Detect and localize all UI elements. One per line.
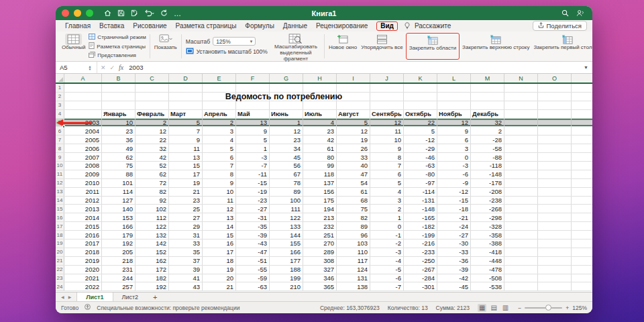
- cell-L20[interactable]: -33: [437, 248, 471, 256]
- row-header-12[interactable]: 12: [56, 179, 64, 187]
- cell-J10[interactable]: 7: [370, 162, 404, 170]
- cell-D4[interactable]: Март: [169, 110, 203, 118]
- cell-C16[interactable]: 112: [136, 213, 169, 221]
- cell-J7[interactable]: 10: [370, 136, 404, 144]
- col-header-J[interactable]: J: [370, 74, 404, 83]
- cell-M12[interactable]: -178: [471, 179, 504, 187]
- cell-O4[interactable]: [538, 110, 572, 118]
- cell-L7[interactable]: 6: [437, 136, 471, 144]
- cell-A21[interactable]: 2019: [64, 257, 102, 265]
- cell-J24[interactable]: -7: [370, 282, 404, 290]
- cell-B18[interactable]: 179: [102, 231, 136, 239]
- cell-F5[interactable]: 13: [236, 119, 270, 127]
- cell-F21[interactable]: -51: [236, 257, 270, 265]
- row-header-13[interactable]: 13: [56, 188, 64, 196]
- cell-G20[interactable]: 166: [270, 248, 303, 256]
- cell-B23[interactable]: 244: [102, 274, 136, 282]
- cell-filler-12[interactable]: [572, 179, 592, 187]
- cell-I23[interactable]: 131: [337, 274, 370, 282]
- sheet-nav-right-icon[interactable]: ▶: [68, 294, 72, 299]
- cell-M18[interactable]: -358: [471, 231, 504, 239]
- col-header-B[interactable]: B: [102, 74, 136, 83]
- cell-C8[interactable]: 32: [136, 144, 169, 152]
- name-box[interactable]: A5: [56, 64, 87, 71]
- cell-H10[interactable]: 99: [303, 162, 337, 170]
- cell-M11[interactable]: -148: [471, 170, 504, 178]
- cell-N13[interactable]: [504, 188, 538, 196]
- cell-K18[interactable]: -199: [404, 231, 437, 239]
- cell-M4[interactable]: Декабрь: [471, 110, 504, 118]
- cell-H17[interactable]: 232: [303, 222, 337, 230]
- cell-E19[interactable]: 16: [203, 239, 236, 248]
- cell-C6[interactable]: 12: [136, 127, 169, 135]
- cell-I22[interactable]: 124: [337, 266, 370, 274]
- cell-L13[interactable]: -12: [437, 188, 471, 196]
- cell-B15[interactable]: 140: [102, 205, 136, 213]
- cell-B8[interactable]: 49: [102, 144, 136, 152]
- row-header-3[interactable]: 3: [56, 101, 64, 109]
- cell-I15[interactable]: 75: [337, 205, 370, 213]
- cell-A4[interactable]: [64, 110, 102, 118]
- select-all-corner[interactable]: [56, 74, 64, 83]
- normal-view-button[interactable]: Обычный: [60, 33, 87, 60]
- cell-C14[interactable]: 92: [136, 197, 169, 205]
- cell-filler-6[interactable]: [572, 127, 592, 135]
- cell-H23[interactable]: 346: [303, 274, 337, 282]
- tab-review[interactable]: Рецензирование: [316, 22, 368, 30]
- sheet-tab-list2[interactable]: Лист2: [113, 292, 148, 301]
- cell-F23[interactable]: -59: [236, 274, 270, 282]
- cell-H21[interactable]: 308: [303, 257, 337, 265]
- cell-H22[interactable]: 327: [303, 266, 337, 274]
- cell-K17[interactable]: -182: [404, 222, 437, 230]
- cell-G22[interactable]: 188: [270, 266, 303, 274]
- save-icon[interactable]: [117, 9, 125, 17]
- sheet-tab-list1[interactable]: Лист1: [76, 292, 113, 301]
- cell-K11[interactable]: -80: [404, 170, 437, 178]
- cell-N15[interactable]: [504, 205, 538, 213]
- normal-view-toggle-icon[interactable]: ▦: [478, 304, 486, 312]
- cell-E12[interactable]: 9: [203, 179, 236, 187]
- cell-D11[interactable]: 17: [169, 170, 203, 178]
- cell-D14[interactable]: 23: [169, 197, 203, 205]
- cell-L4[interactable]: Ноябрь: [437, 110, 471, 118]
- arrange-all-button[interactable]: Упорядочить все: [359, 33, 405, 60]
- cell-O17[interactable]: [538, 222, 572, 230]
- freeze-first-column-button[interactable]: Закрепить первый столбец: [531, 33, 592, 60]
- cell-N22[interactable]: [504, 266, 538, 274]
- cell-D1[interactable]: [169, 84, 203, 92]
- cell-D17[interactable]: 29: [169, 222, 203, 230]
- cell-filler-5[interactable]: [572, 119, 592, 127]
- cell-J4[interactable]: Сентябрь: [370, 110, 404, 118]
- cell-H16[interactable]: 213: [303, 213, 337, 221]
- cell-E22[interactable]: 19: [203, 266, 236, 274]
- cell-L10[interactable]: -3: [437, 162, 471, 170]
- cell-D16[interactable]: 27: [169, 213, 203, 221]
- cell-B21[interactable]: 218: [102, 257, 136, 265]
- cell-J17[interactable]: 0: [370, 222, 404, 230]
- cell-L1[interactable]: [437, 84, 471, 92]
- cell-D3[interactable]: [169, 101, 203, 109]
- cell-D18[interactable]: 31: [169, 231, 203, 239]
- cell-J18[interactable]: -1: [370, 231, 404, 239]
- col-header-I[interactable]: I: [337, 74, 370, 83]
- cell-D13[interactable]: 21: [169, 188, 203, 196]
- cell-H20[interactable]: 289: [303, 248, 337, 256]
- formula-bar-expand-icon[interactable]: ▼: [584, 65, 588, 70]
- cell-J8[interactable]: 9: [370, 144, 404, 152]
- cell-I17[interactable]: 89: [337, 222, 370, 230]
- insert-function-icon[interactable]: fx: [119, 64, 123, 71]
- cell-B2[interactable]: [102, 93, 136, 101]
- cell-filler-3[interactable]: [572, 101, 592, 109]
- cell-I21[interactable]: 117: [337, 257, 370, 265]
- cell-G7[interactable]: 23: [270, 136, 303, 144]
- cell-A12[interactable]: 2010: [64, 179, 102, 187]
- cell-L5[interactable]: 12: [437, 119, 471, 127]
- cell-H6[interactable]: 23: [303, 127, 337, 135]
- search-icon[interactable]: [561, 7, 569, 19]
- cell-J2[interactable]: [370, 93, 404, 101]
- cell-G10[interactable]: 56: [270, 162, 303, 170]
- tab-draw[interactable]: Рисование: [133, 22, 166, 30]
- cell-C19[interactable]: 142: [136, 239, 169, 248]
- cell-I1[interactable]: [337, 84, 370, 92]
- cell-B11[interactable]: 88: [102, 170, 136, 178]
